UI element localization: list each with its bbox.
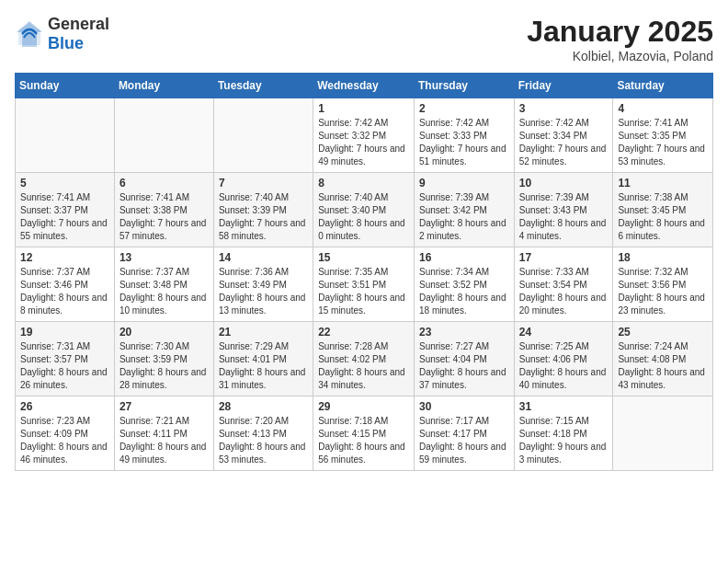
day-number: 24 [519, 326, 609, 339]
calendar-week-row: 1Sunrise: 7:42 AM Sunset: 3:32 PM Daylig… [16, 98, 713, 173]
day-number: 23 [419, 326, 509, 339]
location: Kolbiel, Mazovia, Poland [527, 49, 713, 63]
calendar-week-row: 26Sunrise: 7:23 AM Sunset: 4:09 PM Dayli… [16, 396, 713, 471]
day-info: Sunrise: 7:31 AM Sunset: 3:57 PM Dayligh… [20, 340, 109, 392]
calendar-cell: 23Sunrise: 7:27 AM Sunset: 4:04 PM Dayli… [414, 322, 514, 396]
day-info: Sunrise: 7:41 AM Sunset: 3:35 PM Dayligh… [618, 117, 708, 168]
logo-icon [15, 19, 44, 49]
calendar-cell: 18Sunrise: 7:32 AM Sunset: 3:56 PM Dayli… [613, 247, 713, 322]
calendar-cell: 3Sunrise: 7:42 AM Sunset: 3:34 PM Daylig… [514, 98, 613, 173]
title-block: January 2025 Kolbiel, Mazovia, Poland [527, 15, 713, 63]
calendar-week-row: 12Sunrise: 7:37 AM Sunset: 3:46 PM Dayli… [16, 247, 713, 322]
calendar-cell: 22Sunrise: 7:28 AM Sunset: 4:02 PM Dayli… [313, 322, 415, 396]
day-info: Sunrise: 7:41 AM Sunset: 3:38 PM Dayligh… [119, 191, 209, 243]
day-number: 30 [419, 400, 509, 413]
day-number: 19 [20, 326, 109, 339]
calendar-cell: 2Sunrise: 7:42 AM Sunset: 3:33 PM Daylig… [414, 98, 514, 173]
day-number: 27 [119, 400, 209, 413]
day-info: Sunrise: 7:25 AM Sunset: 4:06 PM Dayligh… [519, 340, 609, 392]
day-number: 29 [318, 400, 409, 413]
calendar-cell: 16Sunrise: 7:34 AM Sunset: 3:52 PM Dayli… [414, 247, 514, 322]
day-info: Sunrise: 7:42 AM Sunset: 3:34 PM Dayligh… [519, 117, 609, 168]
calendar-cell: 24Sunrise: 7:25 AM Sunset: 4:06 PM Dayli… [514, 322, 613, 396]
day-number: 8 [318, 177, 409, 190]
calendar-cell: 15Sunrise: 7:35 AM Sunset: 3:51 PM Dayli… [313, 247, 415, 322]
calendar-week-row: 19Sunrise: 7:31 AM Sunset: 3:57 PM Dayli… [16, 322, 713, 396]
day-info: Sunrise: 7:40 AM Sunset: 3:40 PM Dayligh… [318, 191, 409, 243]
calendar-cell: 13Sunrise: 7:37 AM Sunset: 3:48 PM Dayli… [114, 247, 213, 322]
day-header-thursday: Thursday [414, 74, 514, 98]
day-number: 3 [519, 102, 609, 115]
day-header-monday: Monday [114, 74, 213, 98]
day-number: 26 [20, 400, 109, 413]
calendar-cell: 14Sunrise: 7:36 AM Sunset: 3:49 PM Dayli… [213, 247, 313, 322]
day-info: Sunrise: 7:42 AM Sunset: 3:33 PM Dayligh… [419, 117, 509, 168]
day-info: Sunrise: 7:21 AM Sunset: 4:11 PM Dayligh… [119, 415, 209, 466]
day-info: Sunrise: 7:24 AM Sunset: 4:08 PM Dayligh… [618, 340, 708, 392]
day-header-sunday: Sunday [16, 74, 115, 98]
day-info: Sunrise: 7:27 AM Sunset: 4:04 PM Dayligh… [419, 340, 509, 392]
day-number: 28 [219, 400, 308, 413]
day-info: Sunrise: 7:38 AM Sunset: 3:45 PM Dayligh… [618, 191, 708, 243]
calendar-cell: 28Sunrise: 7:20 AM Sunset: 4:13 PM Dayli… [213, 396, 313, 471]
day-info: Sunrise: 7:39 AM Sunset: 3:43 PM Dayligh… [519, 191, 609, 243]
calendar-cell: 1Sunrise: 7:42 AM Sunset: 3:32 PM Daylig… [313, 98, 415, 173]
calendar-cell [114, 98, 213, 173]
day-info: Sunrise: 7:37 AM Sunset: 3:48 PM Dayligh… [119, 266, 209, 317]
calendar-cell: 6Sunrise: 7:41 AM Sunset: 3:38 PM Daylig… [114, 173, 213, 247]
day-number: 1 [318, 102, 409, 115]
day-info: Sunrise: 7:42 AM Sunset: 3:32 PM Dayligh… [318, 117, 409, 168]
calendar-cell [213, 98, 313, 173]
day-number: 7 [219, 177, 308, 190]
calendar-cell: 7Sunrise: 7:40 AM Sunset: 3:39 PM Daylig… [213, 173, 313, 247]
day-number: 15 [318, 251, 409, 264]
day-number: 6 [119, 177, 209, 190]
day-number: 18 [618, 251, 708, 264]
day-header-wednesday: Wednesday [313, 74, 415, 98]
logo-text-general: General [48, 15, 109, 33]
day-info: Sunrise: 7:17 AM Sunset: 4:17 PM Dayligh… [419, 415, 509, 466]
calendar-cell: 12Sunrise: 7:37 AM Sunset: 3:46 PM Dayli… [16, 247, 115, 322]
day-info: Sunrise: 7:39 AM Sunset: 3:42 PM Dayligh… [419, 191, 509, 243]
calendar-cell: 20Sunrise: 7:30 AM Sunset: 3:59 PM Dayli… [114, 322, 213, 396]
calendar-cell: 27Sunrise: 7:21 AM Sunset: 4:11 PM Dayli… [114, 396, 213, 471]
day-info: Sunrise: 7:36 AM Sunset: 3:49 PM Dayligh… [219, 266, 308, 317]
calendar-cell: 8Sunrise: 7:40 AM Sunset: 3:40 PM Daylig… [313, 173, 415, 247]
day-info: Sunrise: 7:33 AM Sunset: 3:54 PM Dayligh… [519, 266, 609, 317]
day-number: 20 [119, 326, 209, 339]
logo: General Blue [15, 15, 109, 53]
day-info: Sunrise: 7:30 AM Sunset: 3:59 PM Dayligh… [119, 340, 209, 392]
day-info: Sunrise: 7:34 AM Sunset: 3:52 PM Dayligh… [419, 266, 509, 317]
calendar-cell: 19Sunrise: 7:31 AM Sunset: 3:57 PM Dayli… [16, 322, 115, 396]
calendar-cell: 5Sunrise: 7:41 AM Sunset: 3:37 PM Daylig… [16, 173, 115, 247]
day-info: Sunrise: 7:40 AM Sunset: 3:39 PM Dayligh… [219, 191, 308, 243]
calendar-week-row: 5Sunrise: 7:41 AM Sunset: 3:37 PM Daylig… [16, 173, 713, 247]
calendar-cell: 29Sunrise: 7:18 AM Sunset: 4:15 PM Dayli… [313, 396, 415, 471]
day-info: Sunrise: 7:41 AM Sunset: 3:37 PM Dayligh… [20, 191, 109, 243]
day-number: 21 [219, 326, 308, 339]
calendar-cell: 30Sunrise: 7:17 AM Sunset: 4:17 PM Dayli… [414, 396, 514, 471]
day-info: Sunrise: 7:23 AM Sunset: 4:09 PM Dayligh… [20, 415, 109, 466]
day-number: 13 [119, 251, 209, 264]
day-header-row: SundayMondayTuesdayWednesdayThursdayFrid… [16, 74, 713, 98]
day-number: 2 [419, 102, 509, 115]
day-number: 14 [219, 251, 308, 264]
calendar-cell: 9Sunrise: 7:39 AM Sunset: 3:42 PM Daylig… [414, 173, 514, 247]
calendar-table: SundayMondayTuesdayWednesdayThursdayFrid… [15, 73, 713, 471]
day-info: Sunrise: 7:18 AM Sunset: 4:15 PM Dayligh… [318, 415, 409, 466]
day-header-saturday: Saturday [613, 74, 713, 98]
day-number: 12 [20, 251, 109, 264]
day-info: Sunrise: 7:29 AM Sunset: 4:01 PM Dayligh… [219, 340, 308, 392]
day-info: Sunrise: 7:37 AM Sunset: 3:46 PM Dayligh… [20, 266, 109, 317]
calendar-cell: 25Sunrise: 7:24 AM Sunset: 4:08 PM Dayli… [613, 322, 713, 396]
day-number: 16 [419, 251, 509, 264]
day-number: 17 [519, 251, 609, 264]
day-number: 31 [519, 400, 609, 413]
calendar-cell: 10Sunrise: 7:39 AM Sunset: 3:43 PM Dayli… [514, 173, 613, 247]
calendar-cell: 26Sunrise: 7:23 AM Sunset: 4:09 PM Dayli… [16, 396, 115, 471]
day-number: 22 [318, 326, 409, 339]
day-number: 5 [20, 177, 109, 190]
calendar-cell [613, 396, 713, 471]
page-header: General Blue January 2025 Kolbiel, Mazov… [15, 15, 713, 63]
calendar-cell: 4Sunrise: 7:41 AM Sunset: 3:35 PM Daylig… [613, 98, 713, 173]
